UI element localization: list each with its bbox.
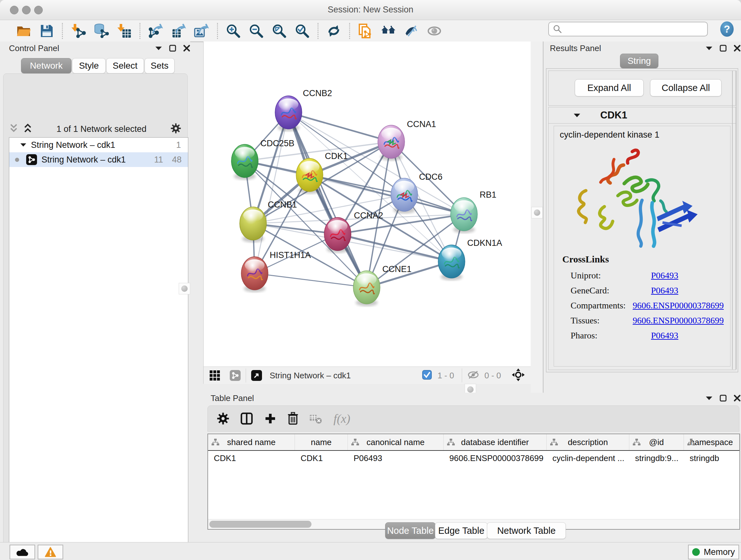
table-cell[interactable]: CDK1 [295,451,348,465]
results-scrollbar[interactable] [732,71,737,369]
network-node-CCNB2[interactable] [275,96,302,129]
panel-menu-icon[interactable] [155,46,162,52]
table-cell[interactable]: P06493 [348,451,444,465]
import-database-icon[interactable] [93,23,110,39]
left-splitter-handle[interactable] [179,283,190,294]
network-node-CCNA1[interactable] [378,125,405,159]
network-node-CDC25B[interactable] [231,144,258,178]
table-settings-gear-icon[interactable] [217,412,229,425]
column-header-database-identifier[interactable]: database identifier [444,434,547,450]
panel-menu-icon[interactable] [705,396,713,401]
network-node-CCNA2[interactable] [324,217,351,251]
collection-expand-icon[interactable] [20,143,26,147]
network-view[interactable]: CCNB2CCNA1CDC25BCDK1CDC6RB1CCNB1CCNA2CDK… [203,42,531,384]
create-column-icon[interactable] [264,412,277,425]
network-edge[interactable] [288,112,367,287]
selected-checkbox-icon[interactable] [422,370,432,381]
table-scroll-thumb[interactable] [209,521,312,528]
panel-menu-icon[interactable] [705,46,713,52]
first-neighbors-icon[interactable] [380,23,397,39]
node-table[interactable]: shared namenamecanonical namedatabase id… [207,434,740,530]
grid-view-icon[interactable] [209,370,220,381]
search-input[interactable] [564,23,707,35]
birds-eye-view-icon[interactable] [251,370,262,381]
panel-float-icon[interactable] [720,395,727,403]
gene-section-header[interactable]: CDK1 [549,107,736,124]
collapse-all-icon[interactable] [9,123,18,135]
gene-collapse-icon[interactable] [574,113,581,118]
network-edge[interactable] [288,112,391,142]
fit-content-crosshair-icon[interactable] [512,368,525,382]
network-options-gear-icon[interactable] [171,123,181,135]
network-node-CDKN1A[interactable] [438,245,465,278]
table-row[interactable]: CDK1CDK1P064939606.ENSP00000378699cyclin… [208,451,739,465]
table-cell[interactable]: stringdb:9... [629,451,684,465]
show-hide-panel-icon[interactable] [403,23,420,39]
network-edge[interactable] [255,273,367,287]
tab-edge-table[interactable]: Edge Table [435,522,488,539]
crosslink-link[interactable]: P06493 [651,330,678,345]
network-node-CDC6[interactable] [391,178,418,211]
network-node-CCNB1[interactable] [240,207,266,240]
column-header-canonical-name[interactable]: canonical name [348,434,444,450]
table-cell[interactable]: stringdb [684,451,739,465]
clone-network-icon[interactable] [357,23,374,39]
zoom-selected-icon[interactable] [294,23,311,39]
network-canvas[interactable]: CCNB2CCNA1CDC25BCDK1CDC6RB1CCNB1CCNA2CDK… [204,42,531,367]
table-cell[interactable]: cyclin-dependent ... [547,451,629,465]
zoom-in-icon[interactable] [225,23,242,39]
panel-close-icon[interactable] [734,45,741,53]
network-node-RB1[interactable] [451,198,477,231]
column-header-description[interactable]: description [547,434,629,450]
network-node-HIST1H1A[interactable] [241,257,268,290]
right-splitter-handle[interactable] [531,207,543,219]
tab-string[interactable]: String [620,54,658,68]
expand-all-button[interactable]: Expand All [575,79,644,97]
cloud-button[interactable] [10,545,35,559]
column-header-shared-name[interactable]: shared name [208,434,295,450]
column-header-name[interactable]: name [295,434,348,450]
network-row-selected[interactable]: String Network – cdk1 11 48 [9,152,188,167]
tab-node-table[interactable]: Node Table [385,522,435,539]
export-image-icon[interactable] [193,23,210,39]
warnings-button[interactable] [38,545,63,559]
crosslink-link[interactable]: 9606.ENSP00000378699 [633,300,724,315]
column-header-id[interactable]: @id [629,434,684,450]
table-cell[interactable]: 9606.ENSP00000378699 [444,451,547,465]
collapse-all-button[interactable]: Collapse All [650,79,722,97]
expand-all-icon[interactable] [23,123,32,135]
import-network-icon[interactable] [70,23,86,39]
network-node-CCNE1[interactable] [353,271,380,304]
network-share-icon[interactable] [230,370,241,381]
panel-float-icon[interactable] [169,45,176,53]
network-edge[interactable] [255,112,288,273]
refresh-icon[interactable] [326,23,342,39]
panel-close-icon[interactable] [183,45,190,53]
crosslink-link[interactable]: P06493 [651,270,678,285]
network-collection-row[interactable]: String Network – cdk1 1 [9,138,188,152]
open-session-icon[interactable] [15,23,32,39]
export-network-icon[interactable] [147,23,164,39]
panel-float-icon[interactable] [720,45,727,53]
save-session-icon[interactable] [38,23,55,39]
zoom-fit-icon[interactable] [271,23,287,39]
vertical-splitter[interactable] [531,42,543,393]
crosslink-link[interactable]: 9606.ENSP00000378699 [633,315,724,330]
tab-sets[interactable]: Sets [145,58,175,73]
tab-network-table[interactable]: Network Table [487,522,566,539]
tab-network[interactable]: Network [21,58,71,73]
zoom-out-icon[interactable] [248,23,265,39]
delete-column-icon[interactable] [287,412,299,425]
export-table-icon[interactable] [171,23,187,39]
table-cell[interactable]: CDK1 [208,451,295,465]
network-node-CDK1[interactable] [296,159,323,192]
crosslink-link[interactable]: P06493 [651,286,678,300]
show-columns-icon[interactable] [240,412,254,426]
column-header-namespace[interactable]: namespace [684,434,739,450]
tab-select[interactable]: Select [106,58,144,73]
import-table-icon[interactable] [116,23,132,39]
help-button[interactable]: ? [719,21,735,37]
memory-button[interactable]: Memory [688,545,739,559]
panel-close-icon[interactable] [734,395,741,403]
tab-style[interactable]: Style [72,58,106,73]
